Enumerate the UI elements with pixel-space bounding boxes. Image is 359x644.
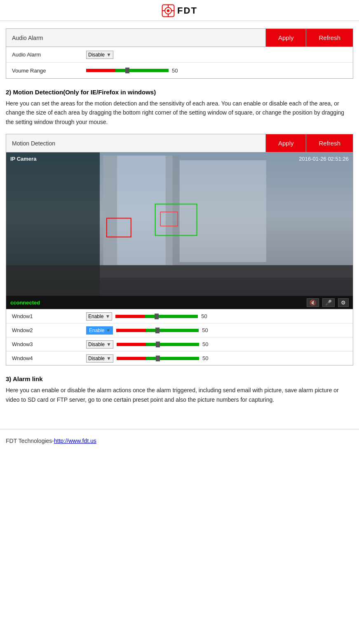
audio-alarm-panel-header: Audio Alarm Apply Refresh (6, 29, 353, 47)
volume-slider-value: 50 (172, 68, 182, 74)
window4-dropdown-value: Disable (88, 356, 105, 361)
window1-slider-red (115, 315, 145, 318)
window3-slider-green (146, 343, 199, 346)
camera-feed: IP Camera 2016-01-26 02:51:26 cconnected… (6, 152, 353, 309)
footer: FDT Technologies-http://www.fdt.us (0, 429, 359, 451)
window2-slider-thumb[interactable] (155, 328, 160, 333)
window2-slider-red (116, 329, 145, 332)
window4-slider-green (146, 357, 199, 360)
window2-slider-container: 50 (116, 327, 212, 333)
window2-dropdown-arrow: ▼ (106, 328, 110, 333)
page-header: FDT (0, 0, 359, 21)
section2-heading: 2) Motion Detection(Only for IE/Firefox … (6, 89, 353, 96)
camera-mic-icon-btn[interactable]: 🎤 (322, 298, 335, 307)
footer-brand: FDT Technologies- (6, 438, 54, 444)
motion-detection-refresh-button[interactable]: Refresh (306, 134, 353, 152)
section3-heading: 3) Alarm link (6, 375, 353, 382)
fdt-logo-icon (162, 4, 175, 17)
footer-link[interactable]: http://www.fdt.us (54, 438, 96, 444)
window1-dropdown-value: Enable (88, 314, 103, 319)
window3-label: Wndow3 (12, 341, 86, 347)
camera-status-text: cconnected (10, 300, 40, 306)
window4-slider-thumb[interactable] (156, 356, 160, 361)
volume-slider-container: 50 (86, 68, 182, 74)
audio-alarm-dropdown[interactable]: Disable ▼ (86, 51, 113, 59)
window3-slider-value: 50 (202, 341, 212, 347)
audio-alarm-dropdown-value: Disable (88, 52, 105, 58)
audio-alarm-apply-button[interactable]: Apply (265, 29, 306, 47)
window1-dropdown-arrow: ▼ (105, 314, 110, 319)
audio-alarm-panel: Audio Alarm Apply Refresh Audio Alarm Di… (6, 28, 353, 79)
svg-rect-11 (180, 160, 266, 262)
volume-range-label: Voume Range (12, 68, 86, 74)
window2-dropdown-value: Enable (89, 328, 104, 333)
window2-dropdown[interactable]: Enable ▼ (86, 326, 113, 335)
logo-container: FDT (162, 4, 197, 17)
window-rows: Wndow1 Enable ▼ 50 (6, 309, 353, 365)
section3-text: Here you can enable or disable the alarm… (6, 386, 353, 404)
window2-slider-track[interactable] (116, 329, 199, 332)
window1-slider-thumb[interactable] (155, 314, 159, 319)
section2-text: Here you can set the areas for the motio… (6, 99, 353, 126)
window3-dropdown-arrow: ▼ (106, 342, 111, 347)
window1-row: Wndow1 Enable ▼ 50 (6, 309, 353, 323)
window2-control: Enable ▼ 50 (86, 326, 212, 335)
window3-slider-container: 50 (117, 341, 212, 347)
window4-control: Disable ▼ 50 (86, 354, 212, 363)
motion-detection-title: Motion Detection (6, 140, 61, 147)
window2-slider-green (146, 329, 199, 332)
svg-point-2 (167, 9, 169, 12)
window1-label: Wndow1 (12, 313, 86, 319)
motion-detection-panel-buttons: Apply Refresh (265, 134, 353, 152)
slider-green-section (115, 69, 169, 72)
logo-text: FDT (177, 5, 197, 16)
window4-label: Wndow4 (12, 355, 86, 361)
window3-row: Wndow3 Disable ▼ 50 (6, 337, 353, 351)
motion-detection-apply-button[interactable]: Apply (265, 134, 306, 152)
window4-slider-track[interactable] (117, 357, 199, 360)
window2-slider-value: 50 (202, 327, 212, 333)
window1-slider-container: 50 (115, 313, 211, 319)
audio-alarm-label: Audio Alarm (12, 52, 86, 58)
camera-scene-bg (6, 152, 353, 309)
svg-rect-13 (166, 156, 180, 265)
window2-label: Wndow2 (12, 327, 86, 333)
window1-control: Enable ▼ 50 (86, 312, 211, 321)
audio-alarm-row: Audio Alarm Disable ▼ (6, 47, 353, 63)
audio-alarm-dropdown-arrow: ▼ (106, 52, 111, 58)
window1-slider-track[interactable] (115, 315, 198, 318)
camera-status-bar: cconnected 🔇 🎤 ⚙ (6, 296, 353, 309)
window1-slider-green (145, 315, 198, 318)
window4-dropdown-arrow: ▼ (106, 356, 111, 361)
audio-alarm-control: Disable ▼ (86, 51, 113, 59)
slider-thumb[interactable] (125, 68, 129, 73)
audio-alarm-title: Audio Alarm (6, 35, 49, 41)
camera-timestamp: 2016-01-26 02:51:26 (299, 156, 349, 162)
window3-dropdown-value: Disable (88, 342, 105, 347)
svg-rect-12 (103, 156, 117, 265)
audio-alarm-refresh-button[interactable]: Refresh (306, 29, 353, 47)
window3-slider-track[interactable] (117, 343, 199, 346)
window4-slider-red (117, 357, 146, 360)
window4-slider-value: 50 (202, 355, 212, 361)
camera-settings-icon-btn[interactable]: ⚙ (338, 298, 349, 307)
page-content: Audio Alarm Apply Refresh Audio Alarm Di… (0, 28, 359, 404)
window1-dropdown[interactable]: Enable ▼ (86, 312, 112, 321)
window2-row: Wndow2 Enable ▼ 50 (6, 323, 353, 337)
slider-red-section (86, 69, 115, 72)
camera-mute-icon-btn[interactable]: 🔇 (307, 298, 319, 307)
volume-range-row: Voume Range 50 (6, 63, 353, 78)
window1-slider-value: 50 (201, 313, 211, 319)
window3-slider-thumb[interactable] (156, 342, 160, 347)
window4-row: Wndow4 Disable ▼ 50 (6, 351, 353, 365)
motion-detection-panel-header: Motion Detection Apply Refresh (6, 134, 353, 152)
window3-dropdown[interactable]: Disable ▼ (86, 340, 113, 349)
window4-slider-container: 50 (117, 355, 212, 361)
camera-label: IP Camera (10, 156, 36, 162)
audio-alarm-panel-buttons: Apply Refresh (265, 29, 353, 47)
window3-control: Disable ▼ 50 (86, 340, 212, 349)
volume-slider-track[interactable] (86, 69, 169, 72)
motion-detection-panel: Motion Detection Apply Refresh (6, 134, 353, 365)
camera-icons: 🔇 🎤 ⚙ (307, 298, 349, 307)
window4-dropdown[interactable]: Disable ▼ (86, 354, 113, 363)
